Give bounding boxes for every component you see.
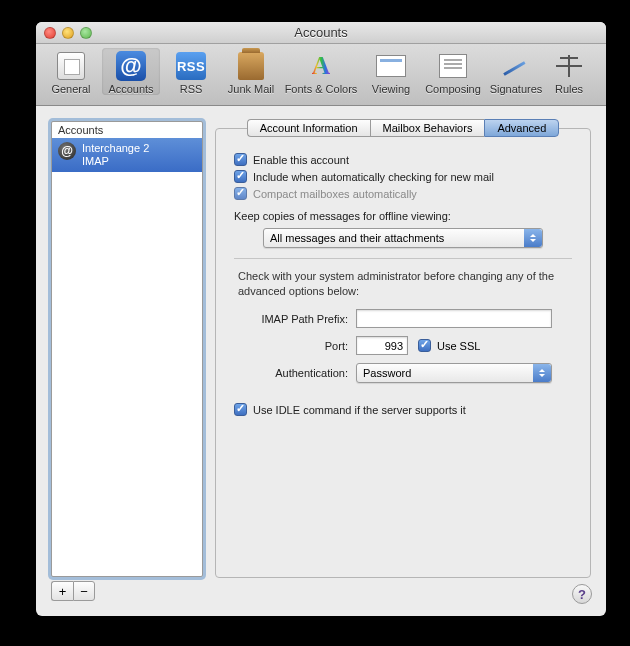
toolbar-rules[interactable]: Rules [548,48,590,95]
compact-label: Compact mailboxes automatically [253,188,417,200]
use-idle-checkbox[interactable] [234,403,247,416]
enable-account-checkbox[interactable] [234,153,247,166]
toolbar: General @ Accounts RSS RSS Junk Mail A F… [36,44,606,106]
use-ssl-checkbox[interactable] [418,339,431,352]
account-text: Interchange 2 IMAP [82,142,149,168]
toolbar-rss[interactable]: RSS RSS [162,48,220,95]
compact-checkbox [234,187,247,200]
imap-prefix-input[interactable] [356,309,552,328]
viewing-icon [376,55,406,77]
remove-account-button[interactable]: − [73,581,95,601]
keep-copies-select[interactable]: All messages and their attachments [263,228,543,248]
window-title: Accounts [294,25,347,40]
divider [234,258,572,259]
titlebar: Accounts [36,22,606,44]
main-area: Account Information Mailbox Behaviors Ad… [215,119,591,599]
account-item[interactable]: @ Interchange 2 IMAP [52,138,202,172]
account-name: Interchange 2 [82,142,149,155]
keep-copies-value: All messages and their attachments [270,232,444,244]
toolbar-fonts[interactable]: A Fonts & Colors [282,48,360,95]
auth-select[interactable]: Password [356,363,552,383]
toolbar-junk[interactable]: Junk Mail [222,48,280,95]
toolbar-signatures[interactable]: Signatures [486,48,546,95]
traffic-lights [44,27,92,39]
fonts-icon: A [312,51,331,81]
accounts-sidebar: Accounts @ Interchange 2 IMAP + − [51,121,203,601]
include-check-label: Include when automatically checking for … [253,171,494,183]
rss-icon: RSS [176,52,206,80]
port-label: Port: [234,340,356,352]
use-idle-label: Use IDLE command if the server supports … [253,404,466,416]
toolbar-viewing[interactable]: Viewing [362,48,420,95]
imap-prefix-label: IMAP Path Prefix: [234,313,356,325]
tab-advanced[interactable]: Advanced [484,119,559,137]
enable-account-label: Enable this account [253,154,349,166]
zoom-button[interactable] [80,27,92,39]
account-at-icon: @ [58,142,76,160]
add-account-button[interactable]: + [51,581,73,601]
accounts-list[interactable]: Accounts @ Interchange 2 IMAP [51,121,203,577]
toolbar-general[interactable]: General [42,48,100,95]
tab-bar: Account Information Mailbox Behaviors Ad… [215,119,591,137]
window-body: Accounts @ Interchange 2 IMAP + − Accoun… [36,106,606,616]
at-icon: @ [116,51,146,81]
auth-value: Password [363,367,411,379]
tab-account-information[interactable]: Account Information [247,119,370,137]
preferences-window: Accounts General @ Accounts RSS RSS Junk… [36,22,606,616]
auth-label: Authentication: [234,367,356,379]
help-button[interactable]: ? [572,584,592,604]
dropdown-arrow-icon [533,364,551,382]
accounts-header: Accounts [52,122,202,138]
junk-icon [238,52,264,80]
minimize-button[interactable] [62,27,74,39]
keep-copies-label: Keep copies of messages for offline view… [234,210,572,222]
toolbar-accounts[interactable]: @ Accounts [102,48,160,95]
include-check-checkbox[interactable] [234,170,247,183]
dropdown-arrow-icon [524,229,542,247]
advanced-panel: Enable this account Include when automat… [215,128,591,578]
account-buttons: + − [51,581,203,601]
close-button[interactable] [44,27,56,39]
port-input[interactable] [356,336,408,355]
composing-icon [439,54,467,78]
general-icon [57,52,85,80]
rules-icon [556,53,582,79]
toolbar-composing[interactable]: Composing [422,48,484,95]
admin-note: Check with your system administrator bef… [234,269,572,299]
account-type: IMAP [82,155,149,168]
use-ssl-label: Use SSL [437,340,480,352]
signatures-icon [502,54,530,78]
tab-mailbox-behaviors[interactable]: Mailbox Behaviors [370,119,485,137]
